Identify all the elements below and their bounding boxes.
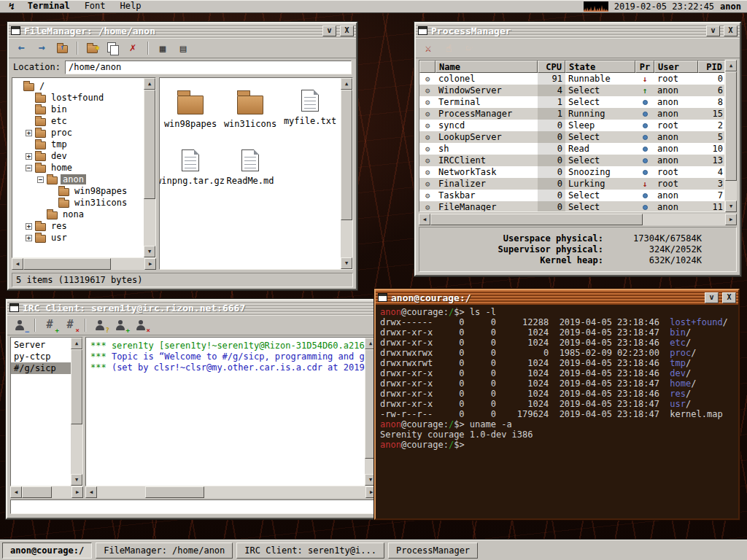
column-header-Name[interactable]: Name (436, 61, 538, 73)
scroll-track[interactable] (97, 486, 365, 498)
minimize-button[interactable]: v (705, 292, 719, 303)
filemanager-titlebar[interactable]: FileManager: /home/anon v X (9, 23, 356, 38)
tree-expander[interactable]: + (26, 223, 32, 230)
taskbar-button-1[interactable]: anon@courage:/ (2, 542, 92, 559)
channel-item-pyctcp[interactable]: py-ctcp (11, 351, 71, 362)
process-row-FileManager[interactable]: ⚙FileManager0Selectanon11 (419, 201, 724, 212)
join-channel-icon[interactable]: #+ (42, 318, 58, 332)
continue-icon[interactable]: ☞ (461, 41, 477, 55)
tree-item-win98papes[interactable]: win98papes (14, 185, 142, 197)
tree-vertical-scrollbar[interactable]: ▲ ▼ (144, 78, 155, 257)
scroll-up-button[interactable]: ▲ (144, 78, 155, 90)
channel-item-gsicp[interactable]: #/g/sicp (11, 362, 71, 374)
forward-icon[interactable]: → (34, 41, 50, 55)
open-parent-icon[interactable]: ↑ (54, 41, 70, 55)
scroll-right-button[interactable]: ▶ (144, 258, 156, 270)
menu-font[interactable]: Font (77, 1, 113, 11)
back-icon[interactable]: ← (13, 41, 29, 55)
taskbar-button-2[interactable]: FileManager: /home/anon (96, 542, 233, 559)
whois-user-icon[interactable]: … (12, 318, 28, 332)
location-input[interactable] (65, 61, 352, 74)
file-item-win98papes[interactable]: win98papes (163, 85, 218, 144)
taskbar-button-3[interactable]: IRC Client: seren1ty@i... (236, 542, 384, 559)
tree-expander[interactable]: − (26, 165, 32, 171)
file-item-ReadMemd[interactable]: ReadMe.md (222, 145, 278, 203)
scroll-down-button[interactable]: ▼ (341, 257, 352, 269)
system-logo-icon[interactable]: ↯ (4, 1, 19, 12)
scroll-down-button[interactable]: ▼ (144, 246, 155, 257)
scroll-left-button[interactable]: ◀ (85, 486, 97, 498)
process-row-colonel[interactable]: ⚙colonel91Runnable↓root0 (419, 73, 724, 85)
chat-horizontal-scrollbar[interactable]: ◀ ▶ (85, 486, 377, 498)
table-horizontal-scrollbar[interactable]: ◀ ▶ (419, 214, 737, 225)
column-header-State[interactable]: State (565, 61, 635, 73)
kill-icon[interactable]: ⚔ (420, 41, 436, 55)
scroll-down-button[interactable]: ▼ (725, 201, 737, 212)
tree-item-lostfound[interactable]: lost+found (14, 92, 142, 104)
process-row-sh[interactable]: ⚙sh0Readanon10 (419, 143, 724, 155)
clock[interactable]: 2019-02-05 23:22:45 (614, 1, 714, 12)
scroll-track[interactable] (71, 349, 82, 474)
close-button[interactable]: X (340, 26, 354, 36)
tree-item-etc[interactable]: etc (14, 115, 142, 127)
process-row-syncd[interactable]: ⚙syncd0Sleeproot2 (419, 120, 724, 131)
column-header-User[interactable]: User (654, 61, 698, 73)
scroll-up-button[interactable]: ▲ (71, 338, 82, 349)
file-item-myfiletxt[interactable]: myfile.txt (282, 85, 338, 144)
terminal-output[interactable]: anon@courage:/$> ls -ldrwx------ 0 0 122… (376, 305, 738, 518)
tree-item-nona[interactable]: nona (14, 209, 142, 220)
minimize-button[interactable]: v (322, 26, 336, 36)
part-channel-icon[interactable]: #× (62, 318, 78, 332)
add-member-icon[interactable]: + (112, 318, 128, 332)
scroll-track[interactable] (430, 214, 725, 225)
tree-item-anon[interactable]: −anon (14, 174, 142, 185)
scroll-up-button[interactable]: ▲ (341, 78, 352, 90)
tree-expander[interactable]: + (26, 235, 32, 241)
process-row-Terminal[interactable]: ⚙Terminal1Selectanon8 (419, 96, 724, 108)
scroll-track[interactable] (23, 258, 144, 270)
tree-expander[interactable]: + (26, 153, 32, 160)
scroll-down-button[interactable]: ▼ (71, 474, 82, 486)
column-header-CPU[interactable]: CPU (538, 61, 565, 73)
copy-icon[interactable] (104, 41, 120, 55)
cpu-history-graph[interactable] (584, 1, 608, 12)
scroll-left-button[interactable]: ◀ (10, 486, 22, 498)
delete-icon[interactable]: ✗ (125, 41, 141, 55)
tree-expander[interactable]: + (26, 130, 32, 136)
kick-member-icon[interactable]: × (133, 318, 149, 332)
channel-list-scrollbar[interactable]: ▲ ▼ (71, 338, 82, 486)
scroll-up-button[interactable]: ▲ (725, 60, 737, 71)
process-row-ProcessManager[interactable]: ⚙ProcessManager1Runninganon15 (419, 108, 724, 120)
scroll-track[interactable] (725, 71, 737, 201)
table-vertical-scrollbar[interactable]: ▲ ▼ (725, 60, 737, 212)
tree-item-win31icons[interactable]: win31icons (14, 197, 142, 209)
column-header-PID[interactable]: PID (698, 61, 725, 73)
channel-list-horizontal-scrollbar[interactable]: ◀ ▶ (10, 486, 83, 498)
tree-item-res[interactable]: +res (14, 220, 142, 232)
process-row-LookupServer[interactable]: ⚙LookupServer0Selectanon5 (419, 131, 724, 143)
tree-item-usr[interactable]: +usr (14, 232, 142, 244)
scroll-track[interactable] (341, 90, 352, 257)
column-header-icon[interactable] (419, 61, 436, 73)
tree-item-tmp[interactable]: tmp (14, 139, 142, 150)
query-member-icon[interactable]: ? (92, 318, 108, 332)
processmanager-titlebar[interactable]: ProcessManager v X (416, 23, 740, 38)
tree-item-home[interactable]: −home (14, 162, 142, 174)
close-button[interactable]: X (722, 292, 736, 303)
channel-item-Server[interactable]: Server (11, 339, 71, 351)
scroll-track[interactable] (144, 90, 155, 246)
scroll-right-button[interactable]: ▶ (71, 486, 83, 498)
menu-help[interactable]: Help (113, 1, 149, 11)
stop-icon[interactable]: ☝ (441, 41, 457, 55)
tree-item-[interactable]: / (14, 80, 142, 92)
new-folder-icon[interactable]: * (84, 41, 100, 55)
process-row-IRCClient[interactable]: ⚙IRCClient0Selectanon13 (419, 155, 724, 166)
file-item-win31icons[interactable]: win31icons (222, 85, 278, 144)
process-row-WindowServer[interactable]: ⚙WindowServer4Select↑anon6 (419, 85, 724, 96)
scroll-left-button[interactable]: ◀ (419, 214, 430, 225)
list-view-icon[interactable]: ▤ (175, 41, 191, 55)
grid-view-icon[interactable]: ▦ (155, 41, 171, 55)
scroll-right-button[interactable]: ▶ (725, 214, 737, 225)
menu-terminal[interactable]: Terminal (20, 1, 77, 11)
process-row-Taskbar[interactable]: ⚙Taskbar0Selectanon7 (419, 190, 724, 201)
